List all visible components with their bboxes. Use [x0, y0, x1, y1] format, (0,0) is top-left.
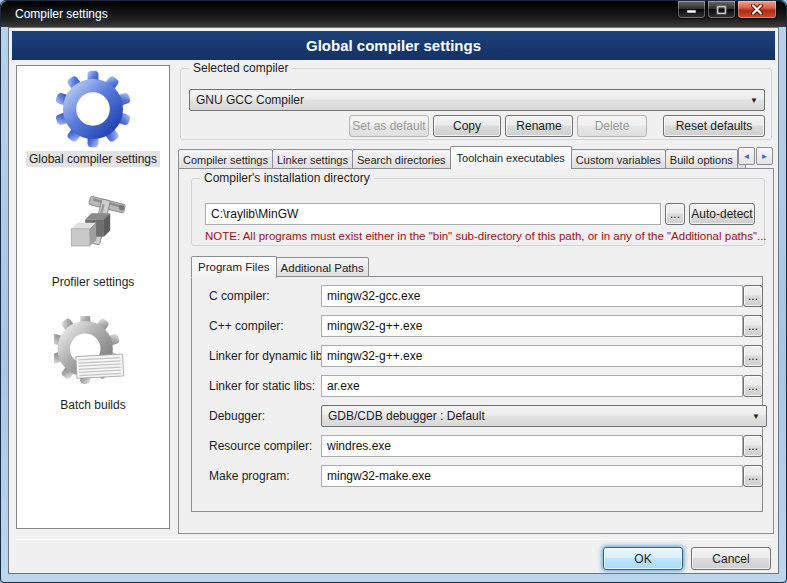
cpp-compiler-browse-button[interactable]: ... [743, 315, 763, 337]
delete-button: Delete [577, 115, 647, 137]
selected-compiler-group: Selected compiler GNU GCC Compiler ▼ Set… [180, 68, 772, 140]
program-subtabs: Program Files Additional Paths [191, 254, 368, 277]
dialog-body: Global compiler settings [8, 27, 779, 574]
subtab-additional-paths[interactable]: Additional Paths [276, 257, 369, 277]
blue-gear-icon [54, 70, 132, 148]
installation-directory-input[interactable] [205, 203, 661, 225]
dialog-banner: Global compiler settings [12, 31, 775, 60]
sidebar-item-profiler-settings[interactable]: Profiler settings [49, 193, 138, 290]
rename-button[interactable]: Rename [505, 115, 573, 137]
sidebar-item-label: Profiler settings [49, 274, 138, 290]
auto-detect-button[interactable]: Auto-detect [689, 203, 755, 225]
dynamic-linker-input[interactable] [321, 345, 743, 367]
selected-compiler-group-label: Selected compiler [189, 61, 292, 75]
installation-directory-browse-button[interactable]: ... [665, 203, 685, 225]
window-frame: Compiler settings Global compiler settin… [0, 0, 787, 583]
set-as-default-button: Set as default [349, 115, 429, 137]
debugger-select-value: GDB/CDB debugger : Default [328, 409, 485, 423]
installation-directory-note: NOTE: All programs must exist either in … [205, 230, 767, 242]
tab-build-options[interactable]: Build options [665, 149, 738, 169]
make-program-browse-button[interactable]: ... [743, 465, 763, 487]
compiler-settings-window: { "window": { "title": "Compiler setting… [0, 0, 787, 583]
toolchain-executables-panel: Compiler's installation directory ... Au… [178, 168, 774, 534]
minimize-button[interactable] [677, 1, 706, 19]
title-bar: Compiler settings [1, 1, 786, 27]
field-label: Linker for dynamic libs: [209, 345, 332, 367]
tab-custom-variables[interactable]: Custom variables [571, 149, 666, 169]
field-label: Resource compiler: [209, 435, 312, 457]
tab-linker-settings[interactable]: Linker settings [272, 149, 353, 169]
copy-button[interactable]: Copy [433, 115, 501, 137]
cancel-button[interactable]: Cancel [691, 547, 771, 570]
sidebar-item-batch-builds[interactable]: Batch builds [54, 316, 132, 413]
field-label: Linker for static libs: [209, 375, 315, 397]
compiler-tabs: Compiler settings Linker settings Search… [178, 144, 774, 169]
installation-directory-group: Compiler's installation directory ... Au… [191, 178, 765, 246]
sidebar-item-label: Global compiler settings [26, 151, 160, 167]
dynamic-linker-browse-button[interactable]: ... [743, 345, 763, 367]
c-compiler-browse-button[interactable]: ... [743, 285, 763, 307]
compiler-select-value: GNU GCC Compiler [196, 93, 304, 107]
tab-search-directories[interactable]: Search directories [352, 149, 451, 169]
tab-scroll-left-button[interactable]: ◄ [738, 147, 755, 165]
field-label: Debugger: [209, 405, 265, 427]
sidebar-item-label: Batch builds [57, 397, 128, 413]
subtab-program-files[interactable]: Program Files [191, 256, 277, 278]
ok-button[interactable]: OK [603, 547, 683, 570]
tab-scroll-right-button[interactable]: ► [756, 147, 773, 165]
scroll-left-icon: ◄ [743, 152, 751, 161]
installation-directory-group-label: Compiler's installation directory [200, 171, 374, 185]
close-icon [751, 4, 763, 15]
footer-separator [16, 539, 772, 540]
reset-defaults-button[interactable]: Reset defaults [663, 115, 765, 137]
chevron-down-icon: ▼ [750, 96, 758, 105]
page-title: Global compiler settings [306, 37, 481, 54]
resource-compiler-input[interactable] [321, 435, 743, 457]
debugger-select[interactable]: GDB/CDB debugger : Default ▼ [321, 405, 767, 427]
settings-category-list: Global compiler settings [16, 65, 170, 529]
maximize-button[interactable] [707, 1, 736, 19]
batch-builds-gear-icon [54, 316, 132, 394]
window-title: Compiler settings [15, 1, 108, 27]
resource-compiler-browse-button[interactable]: ... [743, 435, 763, 457]
cpp-compiler-input[interactable] [321, 315, 743, 337]
caliper-icon [54, 193, 132, 271]
sidebar-item-global-compiler-settings[interactable]: Global compiler settings [26, 70, 160, 167]
window-controls [676, 1, 777, 19]
static-linker-input[interactable] [321, 375, 743, 397]
maximize-icon [716, 5, 727, 15]
scroll-right-icon: ► [761, 152, 769, 161]
compiler-select[interactable]: GNU GCC Compiler ▼ [189, 89, 765, 111]
make-program-input[interactable] [321, 465, 743, 487]
field-label: C compiler: [209, 285, 270, 307]
tab-toolchain-executables[interactable]: Toolchain executables [450, 146, 572, 169]
chevron-down-icon: ▼ [752, 412, 760, 421]
c-compiler-input[interactable] [321, 285, 743, 307]
field-label: C++ compiler: [209, 315, 284, 337]
program-files-panel: C compiler: ... C++ compiler: ... Linker… [191, 276, 763, 512]
tab-compiler-settings[interactable]: Compiler settings [178, 149, 273, 169]
minimize-icon [686, 5, 697, 14]
field-label: Make program: [209, 465, 290, 487]
static-linker-browse-button[interactable]: ... [743, 375, 763, 397]
close-button[interactable] [737, 1, 777, 19]
